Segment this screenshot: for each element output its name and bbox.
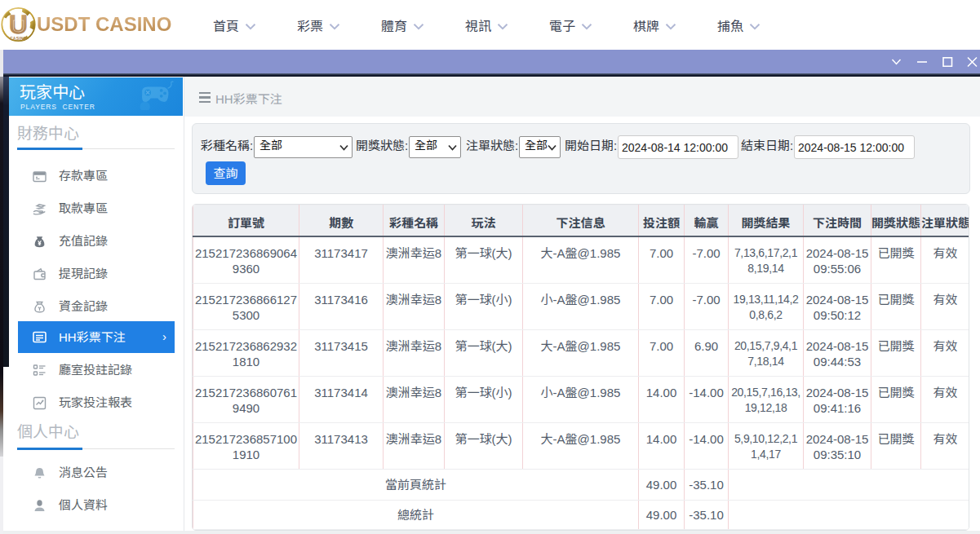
svg-text:U: U <box>12 16 24 35</box>
svg-text:CASINO: CASINO <box>10 36 27 41</box>
